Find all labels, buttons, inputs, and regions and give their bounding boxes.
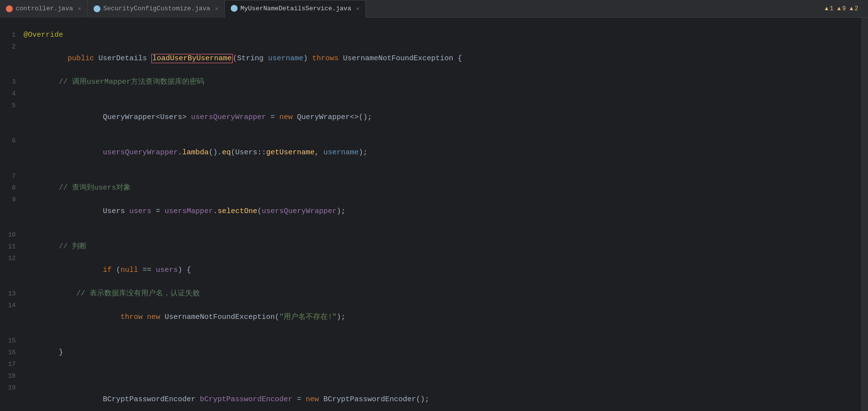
code-line-8: 8 // 查询到users对象 <box>5 182 861 194</box>
security-icon <box>94 5 100 12</box>
tab-myuserdetails-close[interactable]: ✕ <box>356 5 360 12</box>
code-line-19: 19 BCryptPasswordEncoder bCryptPasswordE… <box>5 382 861 411</box>
warning-icon: ▲ <box>837 5 841 12</box>
editor-area: 1 @Override 2 public UserDetails loadUse… <box>0 18 868 411</box>
code-line-7: 7 <box>5 170 861 182</box>
ide-window: controller.java ✕ SecurityConfigCustomiz… <box>0 0 868 411</box>
tab-controller-close[interactable]: ✕ <box>78 5 81 12</box>
my-icon <box>231 5 238 12</box>
code-line-4: 4 <box>5 88 861 100</box>
code-line-12: 12 if (null == users) { <box>5 253 861 288</box>
tab-myuserdetails-label: MyUserNameDetailsService.java <box>241 5 351 12</box>
code-line-3: 3 // 调用userMapper方法查询数据库的密码 <box>5 76 861 88</box>
warning-count: 9 <box>842 5 845 12</box>
code-line-11: 11 // 判断 <box>5 241 861 253</box>
right-scrollbar[interactable] <box>861 18 868 411</box>
code-line-18: 18 <box>5 370 861 382</box>
code-line-5: 5 QueryWrapper<Users> usersQueryWrapper … <box>5 100 861 135</box>
code-line-1: 1 @Override <box>5 29 861 41</box>
info-icon: ▲ <box>850 5 853 12</box>
tab-security-close[interactable]: ✕ <box>215 5 218 12</box>
code-line-15: 15 <box>5 335 861 347</box>
tab-security-label: SecurityConfigCustomize.java <box>103 5 210 12</box>
code-line-13: 13 // 表示数据库没有用户名，认证失败 <box>5 288 861 300</box>
code-line-empty-top <box>5 18 861 29</box>
warnings-area: ▲ 1 ▲ 9 ▲ 2 <box>825 0 858 18</box>
tab-security[interactable]: SecurityConfigCustomize.java ✕ <box>88 0 225 18</box>
info-count: 2 <box>855 5 858 12</box>
code-line-17: 17 <box>5 359 861 370</box>
tab-controller-label: controller.java <box>16 5 73 12</box>
tab-bar: controller.java ✕ SecurityConfigCustomiz… <box>0 0 868 18</box>
alert-icon: ▲ <box>825 5 828 12</box>
warning-badge: ▲ 9 <box>837 5 845 12</box>
code-line-16: 16 } <box>5 347 861 359</box>
code-line-10: 10 <box>5 229 861 241</box>
code-line-9: 9 Users users = usersMapper.selectOne(us… <box>5 194 861 229</box>
code-line-2: 2 public UserDetails loadUserByUsername(… <box>5 41 861 76</box>
code-content[interactable]: 1 @Override 2 public UserDetails loadUse… <box>0 18 861 411</box>
tab-myuserdetails[interactable]: MyUserNameDetailsService.java ✕ <box>225 0 366 18</box>
alert-count: 1 <box>830 5 833 12</box>
info-badge: ▲ 2 <box>850 5 858 12</box>
alert-badge: ▲ 1 <box>825 5 833 12</box>
tab-controller[interactable]: controller.java ✕ <box>0 0 88 18</box>
code-line-14: 14 throw new UsernameNotFoundException("… <box>5 300 861 335</box>
java-icon <box>6 5 13 12</box>
code-line-6: 6 usersQueryWrapper.lambda().eq(Users::g… <box>5 135 861 170</box>
